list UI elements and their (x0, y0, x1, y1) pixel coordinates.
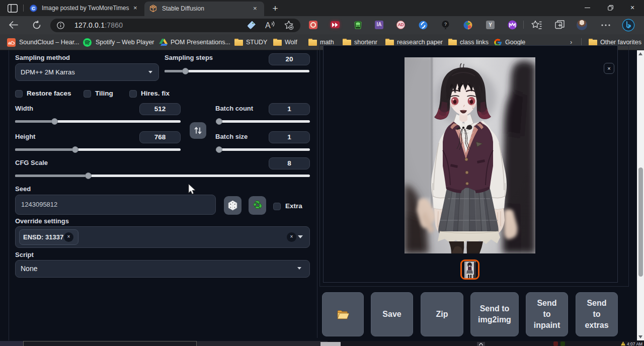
svg-text:C: C (32, 6, 35, 11)
svg-text:?: ? (444, 22, 447, 27)
svg-text:A: A (265, 21, 271, 30)
